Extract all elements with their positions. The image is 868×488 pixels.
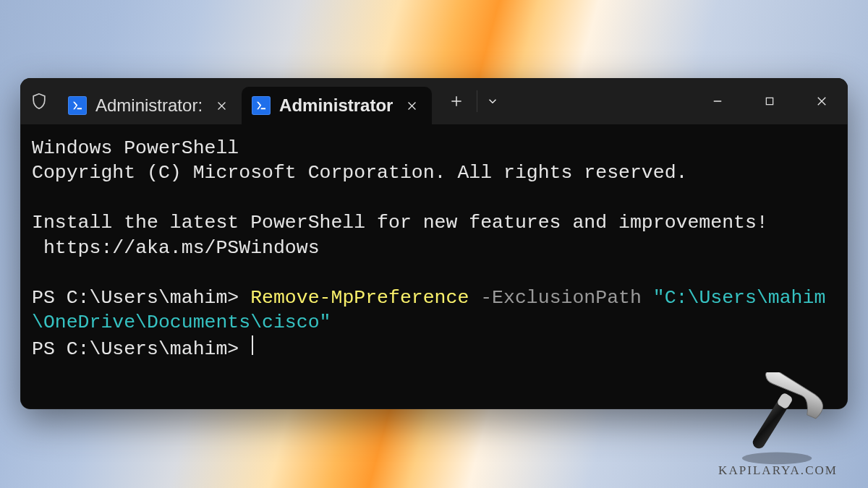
prompt: PS C:\Users\mahim>: [32, 287, 250, 309]
svg-point-1: [741, 453, 812, 465]
banner-line: Windows PowerShell: [32, 137, 239, 159]
window-controls: [692, 78, 848, 124]
new-tab-button[interactable]: [436, 78, 477, 124]
uac-shield-icon: [20, 78, 58, 124]
tab-close-button[interactable]: [401, 95, 422, 116]
banner-line: Copyright (C) Microsoft Corporation. All…: [32, 162, 687, 184]
terminal-body[interactable]: Windows PowerShell Copyright (C) Microso…: [20, 124, 848, 409]
tab-close-button[interactable]: [211, 95, 231, 116]
minimize-button[interactable]: [692, 78, 744, 124]
svg-rect-0: [766, 98, 773, 104]
prompt: PS C:\Users\mahim>: [32, 338, 250, 359]
cmd-param: -ExclusionPath: [480, 287, 642, 309]
powershell-icon: [252, 96, 271, 115]
tip-link: https://aka.ms/PSWindows: [32, 237, 320, 259]
tab-administrator-inactive[interactable]: Administrator:: [58, 87, 242, 124]
tab-actions: [436, 78, 508, 124]
watermark: KAPILARYA.COM: [718, 372, 838, 478]
watermark-text: KAPILARYA.COM: [718, 463, 838, 478]
text-cursor: [252, 335, 253, 356]
tip-line: Install the latest PowerShell for new fe…: [32, 212, 768, 234]
tab-dropdown-button[interactable]: [477, 78, 508, 124]
tab-strip: Administrator: Administrator: [58, 78, 432, 124]
tab-label: Administrator:: [95, 97, 203, 114]
tab-label: Administrator: [279, 97, 393, 114]
hammer-icon: [724, 372, 833, 466]
cmdlet: Remove-MpPreference: [250, 287, 469, 309]
maximize-button[interactable]: [744, 78, 796, 124]
powershell-icon: [68, 96, 87, 115]
terminal-window: Administrator: Administrator: [20, 78, 848, 409]
titlebar: Administrator: Administrator: [20, 78, 848, 124]
tab-administrator-active[interactable]: Administrator: [242, 87, 432, 124]
window-close-button[interactable]: [796, 78, 848, 124]
